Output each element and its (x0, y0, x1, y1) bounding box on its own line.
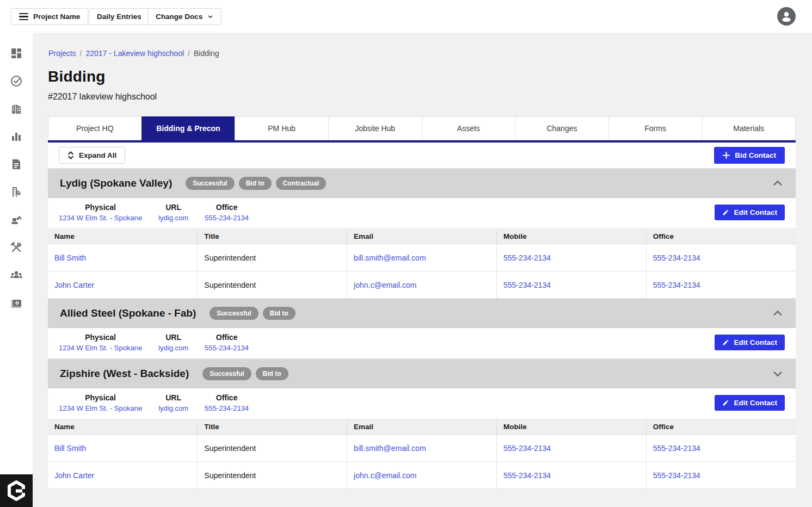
url-label: URL (158, 203, 188, 212)
office-label: Office (205, 393, 249, 402)
status-badge: Bid to (239, 177, 272, 190)
contact-info-row: Physical 1234 W Elm St. - Spokane URL ly… (48, 198, 796, 229)
contacts-table-zipshire: Name Title Email Mobile Office Bill Smit… (48, 419, 796, 489)
main-content: Projects/22017 - Lakeview highschool/Bid… (33, 33, 812, 507)
chevron-up-icon[interactable] (772, 307, 784, 319)
dashboard-icon[interactable] (10, 47, 23, 60)
expand-all-label: Expand All (79, 151, 116, 159)
page-title: Bidding (48, 68, 796, 85)
edit-contact-button[interactable]: Edit Contact (715, 205, 785, 220)
physical-address-link[interactable]: 1234 W Elm St. - Spokane (59, 404, 142, 412)
chevron-down-icon[interactable] (772, 368, 784, 380)
url-label: URL (158, 333, 188, 342)
tools-icon[interactable] (10, 241, 23, 254)
project-name-button[interactable]: Project Name (11, 8, 88, 25)
app-logo[interactable] (0, 474, 33, 507)
section-header-lydig[interactable]: Lydig (Spokane Valley) Successful Bid to… (48, 169, 796, 198)
daily-entries-label: Daily Entries (97, 13, 142, 21)
tab-bidding-precon[interactable]: Bidding & Precon (142, 116, 235, 140)
tab-pm-hub[interactable]: PM Hub (235, 116, 328, 140)
col-header-mobile: Mobile (496, 419, 646, 435)
change-docs-dropdown[interactable]: Change Docs (147, 8, 222, 25)
contact-name-link[interactable]: Bill Smith (54, 253, 86, 262)
contact-email-link[interactable]: bill.smith@email.com (354, 444, 426, 453)
tab-changes[interactable]: Changes (515, 116, 608, 140)
col-header-mobile: Mobile (496, 229, 646, 244)
contact-office-link[interactable]: 555-234-2134 (653, 253, 700, 262)
edit-contact-label: Edit Contact (734, 338, 778, 347)
contact-email-link[interactable]: john.c@email.com (354, 471, 416, 480)
contact-email-link[interactable]: bill.smith@email.com (354, 253, 426, 262)
col-header-name: Name (48, 419, 198, 435)
contact-mobile-link[interactable]: 555-234-2134 (503, 281, 551, 289)
bid-contact-label: Bid Contact (735, 151, 776, 159)
directory-contacts-icon[interactable] (10, 186, 23, 199)
contact-name-link[interactable]: Bill Smith (54, 444, 86, 453)
office-phone-link[interactable]: 555-234-2134 (205, 404, 249, 412)
contacts-table-lydig: Name Title Email Mobile Office Bill Smit… (48, 229, 796, 299)
section-header-allied-steel[interactable]: Allied Steel (Spokane - Fab) Successful … (48, 299, 796, 328)
section-header-zipshire[interactable]: Zipshire (West - Backside) Successful Bi… (48, 359, 796, 388)
hamburger-menu-icon (19, 13, 28, 21)
physical-address-link[interactable]: 1234 W Elm St. - Spokane (59, 344, 142, 352)
photos-icon[interactable] (10, 296, 23, 310)
status-badge: Successful (210, 307, 258, 320)
edit-contact-button[interactable]: Edit Contact (715, 395, 785, 411)
contact-name-link[interactable]: John Carter (54, 471, 94, 480)
expand-all-button[interactable]: Expand All (59, 147, 125, 164)
tasks-check-icon[interactable] (10, 75, 23, 88)
contact-office-link[interactable]: 555-234-2134 (653, 281, 700, 289)
section-title: Allied Steel (Spokane - Fab) (60, 307, 196, 319)
table-header-row: Name Title Email Mobile Office (48, 229, 796, 244)
contact-mobile-link[interactable]: 555-234-2134 (503, 253, 551, 262)
col-header-office: Office (646, 419, 796, 435)
edit-contact-label: Edit Contact (734, 399, 778, 407)
bidding-toolbar: Expand All Bid Contact (48, 143, 796, 169)
url-link[interactable]: lydig.com (158, 214, 188, 222)
bid-contact-button[interactable]: Bid Contact (714, 147, 785, 164)
contact-mobile-link[interactable]: 555-234-2134 (503, 471, 551, 480)
table-row: John Carter Superintendent john.c@email.… (48, 462, 796, 489)
change-docs-label: Change Docs (156, 13, 202, 21)
url-label: URL (158, 393, 188, 402)
breadcrumb-project-link[interactable]: 22017 - Lakeview highschool (85, 49, 184, 58)
contact-name-link[interactable]: John Carter (54, 281, 94, 289)
tab-forms[interactable]: Forms (608, 116, 702, 140)
office-phone-link[interactable]: 555-234-2134 (205, 344, 249, 352)
office-label: Office (205, 203, 249, 212)
reports-bar-chart-icon[interactable] (10, 130, 23, 143)
url-link[interactable]: lydig.com (158, 344, 188, 352)
plus-icon (723, 152, 730, 159)
contact-office-link[interactable]: 555-234-2134 (653, 444, 700, 453)
chevron-up-icon[interactable] (772, 177, 784, 189)
physical-label: Physical (59, 203, 142, 212)
status-badge: Successful (202, 367, 251, 380)
table-row: John Carter Superintendent john.c@email.… (48, 271, 796, 299)
contact-email-link[interactable]: john.c@email.com (354, 281, 416, 289)
page-subtitle: #22017 lakeview highschool (48, 92, 796, 102)
tab-jobsite-hub[interactable]: Jobsite Hub (328, 116, 422, 140)
table-row: Bill Smith Superintendent bill.smith@ema… (48, 244, 796, 271)
equipment-excavator-icon[interactable] (10, 213, 23, 226)
table-row: Bill Smith Superintendent bill.smith@ema… (48, 435, 796, 462)
url-link[interactable]: lydig.com (158, 404, 188, 412)
daily-entries-button[interactable]: Daily Entries (89, 8, 150, 25)
col-header-email: Email (347, 229, 497, 244)
crew-people-icon[interactable] (10, 269, 23, 282)
documents-icon[interactable] (10, 158, 23, 171)
contact-office-link[interactable]: 555-234-2134 (653, 471, 700, 480)
office-phone-link[interactable]: 555-234-2134 (205, 214, 249, 222)
office-label: Office (205, 333, 249, 342)
breadcrumb-projects-link[interactable]: Projects (48, 49, 76, 58)
edit-contact-button[interactable]: Edit Contact (715, 335, 785, 350)
pencil-icon (722, 339, 729, 346)
edit-contact-label: Edit Contact (734, 208, 778, 217)
account-avatar[interactable] (777, 7, 796, 26)
tab-materials[interactable]: Materials (702, 116, 796, 140)
physical-address-link[interactable]: 1234 W Elm St. - Spokane (59, 214, 142, 222)
contact-mobile-link[interactable]: 555-234-2134 (503, 444, 551, 453)
project-tabs: Project HQ Bidding & Precon PM Hub Jobsi… (48, 116, 796, 140)
tab-project-hq[interactable]: Project HQ (48, 116, 142, 140)
company-building-icon[interactable] (10, 102, 23, 115)
tab-assets[interactable]: Assets (422, 116, 515, 140)
